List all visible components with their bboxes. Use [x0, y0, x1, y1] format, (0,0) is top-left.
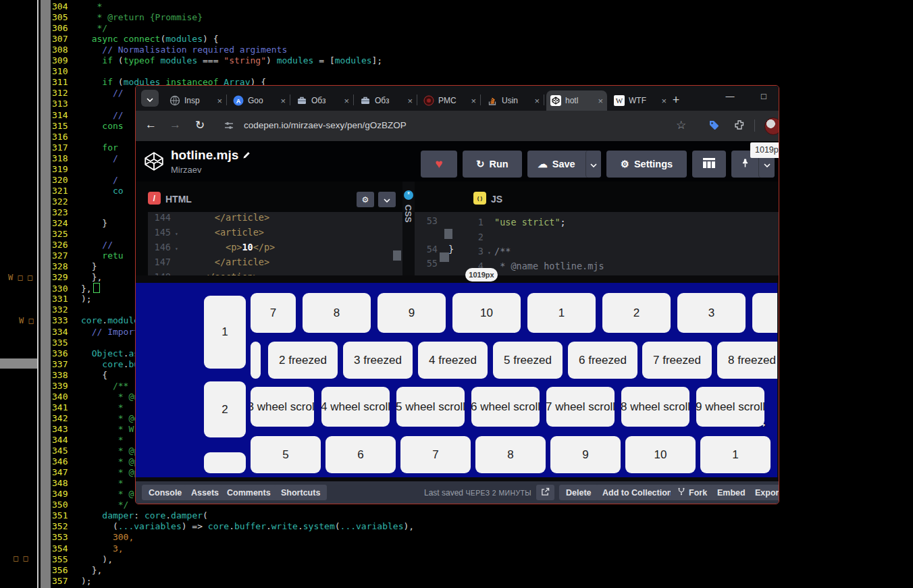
edit-pencil-icon[interactable] — [242, 148, 251, 157]
preview-side-card[interactable] — [204, 452, 246, 473]
code-line: 328 } — [52, 261, 97, 272]
code-line: 305 * @return {Prommise} — [52, 12, 203, 23]
preview-card[interactable]: 3 wheel scroll — [251, 387, 314, 427]
browser-tab-wtf[interactable]: WWTF× — [610, 90, 671, 111]
preview-side-card[interactable]: 1 — [204, 296, 246, 369]
console-button[interactable]: Console — [142, 485, 188, 500]
forward-icon[interactable]: → — [169, 118, 181, 132]
preview-card[interactable]: 3 — [677, 293, 746, 333]
preview-card[interactable]: 6 — [325, 436, 396, 473]
preview-card[interactable]: 5 wheel scroll — [396, 387, 465, 427]
html-scrollbar-thumb[interactable] — [393, 250, 401, 261]
html-code-area[interactable]: 144 </article>145▾ <article>146▾ <p>10</… — [148, 212, 402, 275]
browser-tab-insp[interactable]: Insp× — [165, 90, 226, 111]
code-line: 337 core.bu — [52, 359, 139, 370]
preview-card[interactable]: 8 freezed — [717, 342, 777, 379]
html-collapse-button[interactable] — [378, 192, 396, 207]
extensions-icon[interactable] — [734, 119, 745, 134]
love-button[interactable]: ♥ — [421, 151, 457, 178]
line-number: 335 — [52, 338, 81, 348]
preview-card[interactable]: 7 wheel scroll — [546, 387, 615, 427]
code-line: 55 — [415, 257, 448, 272]
settings-button[interactable]: ⚙Settings — [606, 151, 687, 178]
code-line: 331); — [52, 294, 92, 304]
browser-tab-usin[interactable]: Usin× — [483, 90, 544, 111]
browser-tab-goo[interactable]: AGoo× — [229, 90, 290, 111]
preview-card[interactable]: 10 — [625, 436, 696, 473]
new-tab-button[interactable]: + — [668, 92, 684, 108]
browser-tab-pmc[interactable]: PMC× — [419, 90, 480, 111]
browser-tab-hotl[interactable]: hotl× — [546, 90, 607, 111]
delete-button[interactable]: Delete — [559, 485, 598, 500]
layout-button[interactable] — [692, 151, 726, 178]
css-panel-collapsed[interactable]: * CSS — [402, 182, 415, 275]
comments-button[interactable]: Comments — [220, 485, 278, 500]
bookmark-star-icon[interactable]: ☆ — [676, 118, 686, 132]
site-info-icon[interactable] — [224, 120, 234, 134]
preview-card[interactable]: 10 — [452, 293, 521, 333]
preview-card[interactable]: 8 wheel scroll — [621, 387, 689, 427]
fork-button[interactable]: Fork — [671, 485, 714, 500]
preview-card[interactable]: 6 wheel scroll — [471, 387, 540, 427]
back-icon[interactable]: ← — [145, 118, 157, 132]
css-code-area[interactable]: 53 d54 }55 — [415, 212, 461, 275]
embed-button[interactable]: Embed — [710, 485, 752, 500]
open-external-button[interactable] — [536, 485, 554, 500]
tab-close-icon[interactable]: × — [471, 96, 476, 106]
preview-card[interactable]: 8 — [475, 436, 546, 473]
html-panel-header: / HTML ⚙ — [148, 186, 402, 212]
preview-card[interactable]: 9 — [377, 293, 446, 333]
js-code-area[interactable]: 1 "use strict";2 3▾/**4 * @name hotline.… — [461, 212, 779, 275]
reload-icon[interactable]: ↻ — [195, 118, 205, 132]
assets-button[interactable]: Assets — [184, 485, 226, 500]
editor-scrollbar[interactable] — [41, 0, 51, 588]
run-button[interactable]: ↻Run — [463, 151, 522, 178]
css-panel-label[interactable]: CSS — [403, 205, 413, 223]
html-panel-label[interactable]: HTML — [165, 194, 192, 205]
preview-card[interactable] — [251, 342, 261, 379]
add-to-collection-button[interactable]: Add to Collection — [596, 485, 679, 500]
minimize-button[interactable]: — — [723, 91, 737, 101]
preview-card[interactable]: 1 — [527, 293, 596, 333]
save-dropdown-button[interactable] — [585, 151, 601, 178]
browser-tab-обз[interactable]: Обз× — [356, 90, 417, 111]
shortcuts-button[interactable]: Shortcuts — [274, 485, 327, 500]
tab-close-icon[interactable]: × — [280, 96, 286, 106]
html-settings-button[interactable]: ⚙ — [357, 192, 374, 207]
tab-close-icon[interactable]: × — [534, 96, 540, 106]
tab-close-icon[interactable]: × — [217, 96, 222, 106]
preview-card[interactable]: 7 — [251, 293, 296, 333]
tab-close-icon[interactable]: × — [344, 96, 349, 106]
tab-close-icon[interactable]: × — [407, 96, 413, 106]
preview-card[interactable]: 2 — [602, 293, 671, 333]
preview-resize-divider[interactable]: 1019px — [136, 275, 779, 283]
pen-author[interactable]: Mirzaev — [171, 165, 202, 175]
codepen-logo-icon[interactable] — [142, 150, 165, 173]
js-panel-label[interactable]: JS — [491, 194, 502, 205]
export-button[interactable]: Export — [748, 485, 779, 500]
preview-card[interactable]: 3 freezed — [343, 342, 413, 379]
maximize-button[interactable]: □ — [757, 91, 771, 101]
tab-close-icon[interactable]: × — [661, 96, 667, 106]
browser-tab-обз[interactable]: Обз× — [292, 90, 353, 111]
preview-card[interactable]: 1 — [700, 436, 771, 473]
preview-card[interactable]: 6 freezed — [568, 342, 637, 379]
gutter-mark: □ □ — [14, 554, 28, 563]
preview-card[interactable]: 2 freezed — [268, 342, 338, 379]
preview-card[interactable] — [752, 293, 777, 333]
preview-card[interactable]: 9 — [550, 436, 621, 473]
url-address[interactable]: codepen.io/mirzaev-sexy/pen/gOzBZOP — [244, 120, 407, 130]
preview-card[interactable]: 7 — [400, 436, 471, 473]
tab-close-icon[interactable]: × — [598, 96, 603, 106]
preview-card[interactable]: 4 freezed — [418, 342, 488, 379]
preview-card[interactable]: 9 wheel scroll — [696, 387, 764, 427]
tabs-menu-button[interactable] — [141, 90, 159, 107]
preview-card[interactable]: 8 — [303, 293, 371, 333]
profile-avatar[interactable] — [764, 117, 779, 135]
preview-card[interactable]: 5 freezed — [493, 342, 563, 379]
preview-card[interactable]: 5 — [251, 436, 321, 473]
tag-extension-icon[interactable] — [708, 119, 719, 134]
preview-card[interactable]: 4 wheel scroll — [321, 387, 390, 427]
preview-side-card[interactable]: 2 — [204, 381, 246, 437]
preview-card[interactable]: 7 freezed — [642, 342, 712, 379]
